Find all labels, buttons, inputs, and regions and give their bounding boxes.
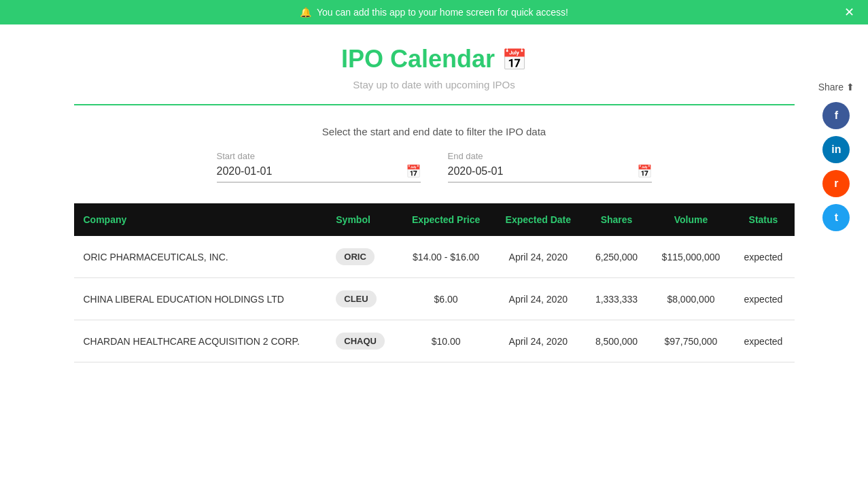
start-date-wrapper: 📅 (217, 164, 421, 183)
share-label: Share ⬆ (818, 82, 854, 92)
share-icon: ⬆ (846, 82, 854, 92)
end-date-field: End date 📅 (448, 151, 652, 183)
date-filter-section: Select the start and end date to filter … (74, 126, 795, 183)
col-header-shares: Shares (584, 203, 650, 236)
shares-cell: 6,250,000 (584, 236, 650, 278)
company-cell: CHARDAN HEALTHCARE ACQUISITION 2 CORP. (74, 320, 327, 362)
linkedin-share-button[interactable]: in (822, 136, 850, 163)
shares-cell: 8,500,000 (584, 320, 650, 362)
calendar-icon: 📅 (502, 48, 527, 71)
date-inputs: Start date 📅 End date 📅 (74, 151, 795, 183)
main-content: IPO Calendar 📅 Stay up to date with upco… (60, 24, 808, 383)
date-cell: April 24, 2020 (493, 320, 584, 362)
price-cell: $6.00 (399, 278, 493, 320)
reddit-share-button[interactable]: r (822, 170, 850, 197)
table-header: Company Symbol Expected Price Expected D… (74, 203, 795, 236)
status-cell: expected (732, 236, 794, 278)
symbol-cell: CHAQU (326, 320, 399, 362)
table-row: ORIC PHARMACEUTICALS, INC. ORIC $14.00 -… (74, 236, 795, 278)
page-subtitle: Stay up to date with upcoming IPOs (74, 79, 795, 90)
symbol-badge: CHAQU (336, 333, 385, 350)
price-cell: $14.00 - $16.00 (399, 236, 493, 278)
end-date-wrapper: 📅 (448, 164, 652, 183)
bell-icon: 🔔 (300, 7, 311, 18)
col-header-status: Status (732, 203, 794, 236)
shares-cell: 1,333,333 (584, 278, 650, 320)
volume-cell: $115,000,000 (649, 236, 732, 278)
start-date-input[interactable] (217, 165, 406, 177)
end-date-input[interactable] (448, 165, 637, 177)
volume-cell: $97,750,000 (649, 320, 732, 362)
start-date-field: Start date 📅 (217, 151, 421, 183)
notification-banner: 🔔 You can add this app to your home scre… (0, 0, 868, 24)
status-cell: expected (732, 278, 794, 320)
table-body: ORIC PHARMACEUTICALS, INC. ORIC $14.00 -… (74, 236, 795, 362)
date-filter-label: Select the start and end date to filter … (74, 126, 795, 137)
start-date-label: Start date (217, 151, 255, 161)
notification-text: You can add this app to your home screen… (317, 7, 568, 18)
company-cell: ORIC PHARMACEUTICALS, INC. (74, 236, 327, 278)
col-header-volume: Volume (649, 203, 732, 236)
col-header-symbol: Symbol (326, 203, 399, 236)
twitter-share-button[interactable]: t (822, 204, 850, 231)
table-row: CHARDAN HEALTHCARE ACQUISITION 2 CORP. C… (74, 320, 795, 362)
price-cell: $10.00 (399, 320, 493, 362)
notification-close-button[interactable]: ✕ (844, 6, 854, 18)
status-cell: expected (732, 320, 794, 362)
col-header-company: Company (74, 203, 327, 236)
header-divider (74, 104, 795, 105)
volume-cell: $8,000,000 (649, 278, 732, 320)
page-title: IPO Calendar 📅 (341, 45, 527, 73)
col-header-price: Expected Price (399, 203, 493, 236)
page-header: IPO Calendar 📅 Stay up to date with upco… (74, 45, 795, 90)
date-cell: April 24, 2020 (493, 278, 584, 320)
end-date-label: End date (448, 151, 483, 161)
end-date-calendar-icon[interactable]: 📅 (637, 164, 652, 179)
share-sidebar: Share ⬆ f in r t (818, 82, 854, 231)
symbol-cell: ORIC (326, 236, 399, 278)
date-cell: April 24, 2020 (493, 236, 584, 278)
facebook-share-button[interactable]: f (822, 102, 850, 129)
col-header-date: Expected Date (493, 203, 584, 236)
table-row: CHINA LIBERAL EDUCATION HOLDINGS LTD CLE… (74, 278, 795, 320)
symbol-badge: ORIC (336, 248, 375, 265)
start-date-calendar-icon[interactable]: 📅 (406, 164, 421, 179)
symbol-cell: CLEU (326, 278, 399, 320)
company-cell: CHINA LIBERAL EDUCATION HOLDINGS LTD (74, 278, 327, 320)
symbol-badge: CLEU (336, 290, 376, 307)
ipo-table: Company Symbol Expected Price Expected D… (74, 203, 795, 362)
